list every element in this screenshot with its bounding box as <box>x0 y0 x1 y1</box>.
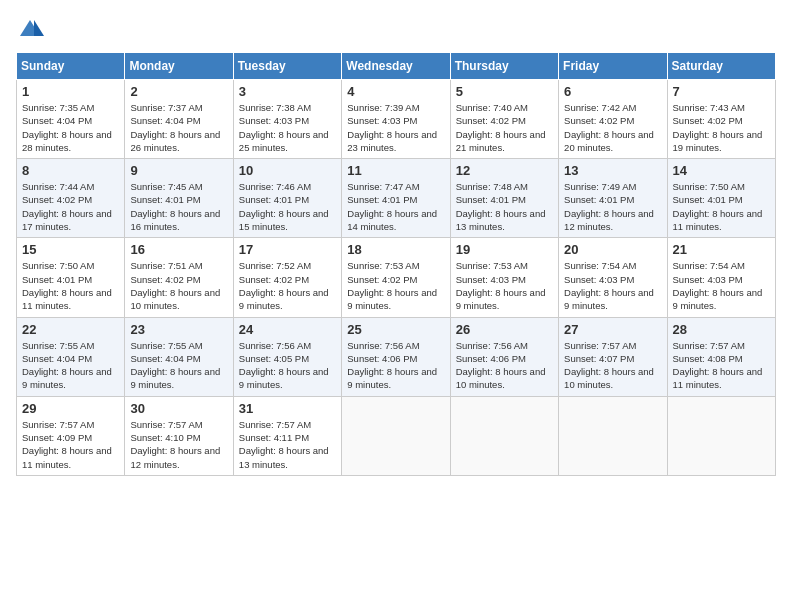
calendar-cell: 26 Sunrise: 7:56 AM Sunset: 4:06 PM Dayl… <box>450 317 558 396</box>
calendar-cell: 27 Sunrise: 7:57 AM Sunset: 4:07 PM Dayl… <box>559 317 667 396</box>
calendar-cell: 18 Sunrise: 7:53 AM Sunset: 4:02 PM Dayl… <box>342 238 450 317</box>
day-number: 31 <box>239 401 336 416</box>
calendar-cell: 30 Sunrise: 7:57 AM Sunset: 4:10 PM Dayl… <box>125 396 233 475</box>
day-info: Sunrise: 7:55 AM Sunset: 4:04 PM Dayligh… <box>22 339 119 392</box>
calendar-week-1: 1 Sunrise: 7:35 AM Sunset: 4:04 PM Dayli… <box>17 80 776 159</box>
weekday-wednesday: Wednesday <box>342 53 450 80</box>
calendar-cell: 13 Sunrise: 7:49 AM Sunset: 4:01 PM Dayl… <box>559 159 667 238</box>
calendar-cell: 9 Sunrise: 7:45 AM Sunset: 4:01 PM Dayli… <box>125 159 233 238</box>
day-info: Sunrise: 7:52 AM Sunset: 4:02 PM Dayligh… <box>239 259 336 312</box>
day-info: Sunrise: 7:48 AM Sunset: 4:01 PM Dayligh… <box>456 180 553 233</box>
day-number: 27 <box>564 322 661 337</box>
day-info: Sunrise: 7:57 AM Sunset: 4:07 PM Dayligh… <box>564 339 661 392</box>
weekday-thursday: Thursday <box>450 53 558 80</box>
day-number: 12 <box>456 163 553 178</box>
day-info: Sunrise: 7:38 AM Sunset: 4:03 PM Dayligh… <box>239 101 336 154</box>
day-info: Sunrise: 7:35 AM Sunset: 4:04 PM Dayligh… <box>22 101 119 154</box>
calendar-cell: 7 Sunrise: 7:43 AM Sunset: 4:02 PM Dayli… <box>667 80 775 159</box>
calendar-cell: 10 Sunrise: 7:46 AM Sunset: 4:01 PM Dayl… <box>233 159 341 238</box>
day-number: 3 <box>239 84 336 99</box>
day-number: 24 <box>239 322 336 337</box>
calendar-cell: 24 Sunrise: 7:56 AM Sunset: 4:05 PM Dayl… <box>233 317 341 396</box>
calendar-cell: 28 Sunrise: 7:57 AM Sunset: 4:08 PM Dayl… <box>667 317 775 396</box>
day-info: Sunrise: 7:53 AM Sunset: 4:02 PM Dayligh… <box>347 259 444 312</box>
day-number: 23 <box>130 322 227 337</box>
day-number: 19 <box>456 242 553 257</box>
day-info: Sunrise: 7:57 AM Sunset: 4:10 PM Dayligh… <box>130 418 227 471</box>
calendar-cell <box>667 396 775 475</box>
day-info: Sunrise: 7:57 AM Sunset: 4:08 PM Dayligh… <box>673 339 770 392</box>
calendar-cell: 16 Sunrise: 7:51 AM Sunset: 4:02 PM Dayl… <box>125 238 233 317</box>
calendar-table: SundayMondayTuesdayWednesdayThursdayFrid… <box>16 52 776 476</box>
calendar-cell: 22 Sunrise: 7:55 AM Sunset: 4:04 PM Dayl… <box>17 317 125 396</box>
calendar-cell: 21 Sunrise: 7:54 AM Sunset: 4:03 PM Dayl… <box>667 238 775 317</box>
day-number: 28 <box>673 322 770 337</box>
day-number: 10 <box>239 163 336 178</box>
day-number: 18 <box>347 242 444 257</box>
day-info: Sunrise: 7:51 AM Sunset: 4:02 PM Dayligh… <box>130 259 227 312</box>
day-info: Sunrise: 7:54 AM Sunset: 4:03 PM Dayligh… <box>564 259 661 312</box>
day-number: 11 <box>347 163 444 178</box>
day-number: 8 <box>22 163 119 178</box>
day-info: Sunrise: 7:53 AM Sunset: 4:03 PM Dayligh… <box>456 259 553 312</box>
day-info: Sunrise: 7:50 AM Sunset: 4:01 PM Dayligh… <box>673 180 770 233</box>
page-header <box>16 16 776 44</box>
calendar-cell: 2 Sunrise: 7:37 AM Sunset: 4:04 PM Dayli… <box>125 80 233 159</box>
calendar-week-4: 22 Sunrise: 7:55 AM Sunset: 4:04 PM Dayl… <box>17 317 776 396</box>
day-info: Sunrise: 7:47 AM Sunset: 4:01 PM Dayligh… <box>347 180 444 233</box>
calendar-cell: 19 Sunrise: 7:53 AM Sunset: 4:03 PM Dayl… <box>450 238 558 317</box>
calendar-cell: 12 Sunrise: 7:48 AM Sunset: 4:01 PM Dayl… <box>450 159 558 238</box>
day-number: 13 <box>564 163 661 178</box>
day-info: Sunrise: 7:46 AM Sunset: 4:01 PM Dayligh… <box>239 180 336 233</box>
logo-icon <box>16 16 44 44</box>
day-number: 9 <box>130 163 227 178</box>
day-number: 30 <box>130 401 227 416</box>
day-info: Sunrise: 7:57 AM Sunset: 4:09 PM Dayligh… <box>22 418 119 471</box>
day-number: 1 <box>22 84 119 99</box>
day-number: 4 <box>347 84 444 99</box>
day-info: Sunrise: 7:56 AM Sunset: 4:06 PM Dayligh… <box>456 339 553 392</box>
day-info: Sunrise: 7:56 AM Sunset: 4:06 PM Dayligh… <box>347 339 444 392</box>
day-number: 14 <box>673 163 770 178</box>
calendar-week-5: 29 Sunrise: 7:57 AM Sunset: 4:09 PM Dayl… <box>17 396 776 475</box>
day-number: 15 <box>22 242 119 257</box>
calendar-cell: 17 Sunrise: 7:52 AM Sunset: 4:02 PM Dayl… <box>233 238 341 317</box>
logo <box>16 16 48 44</box>
day-number: 2 <box>130 84 227 99</box>
calendar-cell: 6 Sunrise: 7:42 AM Sunset: 4:02 PM Dayli… <box>559 80 667 159</box>
weekday-friday: Friday <box>559 53 667 80</box>
calendar-cell <box>450 396 558 475</box>
weekday-monday: Monday <box>125 53 233 80</box>
weekday-tuesday: Tuesday <box>233 53 341 80</box>
calendar-cell: 15 Sunrise: 7:50 AM Sunset: 4:01 PM Dayl… <box>17 238 125 317</box>
day-info: Sunrise: 7:43 AM Sunset: 4:02 PM Dayligh… <box>673 101 770 154</box>
day-number: 5 <box>456 84 553 99</box>
calendar-cell: 11 Sunrise: 7:47 AM Sunset: 4:01 PM Dayl… <box>342 159 450 238</box>
calendar-cell: 29 Sunrise: 7:57 AM Sunset: 4:09 PM Dayl… <box>17 396 125 475</box>
calendar-cell <box>559 396 667 475</box>
calendar-cell <box>342 396 450 475</box>
day-info: Sunrise: 7:54 AM Sunset: 4:03 PM Dayligh… <box>673 259 770 312</box>
day-number: 6 <box>564 84 661 99</box>
day-info: Sunrise: 7:50 AM Sunset: 4:01 PM Dayligh… <box>22 259 119 312</box>
calendar-cell: 23 Sunrise: 7:55 AM Sunset: 4:04 PM Dayl… <box>125 317 233 396</box>
calendar-cell: 25 Sunrise: 7:56 AM Sunset: 4:06 PM Dayl… <box>342 317 450 396</box>
day-info: Sunrise: 7:37 AM Sunset: 4:04 PM Dayligh… <box>130 101 227 154</box>
day-info: Sunrise: 7:45 AM Sunset: 4:01 PM Dayligh… <box>130 180 227 233</box>
day-info: Sunrise: 7:55 AM Sunset: 4:04 PM Dayligh… <box>130 339 227 392</box>
day-number: 29 <box>22 401 119 416</box>
day-number: 21 <box>673 242 770 257</box>
day-info: Sunrise: 7:39 AM Sunset: 4:03 PM Dayligh… <box>347 101 444 154</box>
day-info: Sunrise: 7:57 AM Sunset: 4:11 PM Dayligh… <box>239 418 336 471</box>
day-info: Sunrise: 7:40 AM Sunset: 4:02 PM Dayligh… <box>456 101 553 154</box>
day-info: Sunrise: 7:42 AM Sunset: 4:02 PM Dayligh… <box>564 101 661 154</box>
day-number: 25 <box>347 322 444 337</box>
calendar-cell: 3 Sunrise: 7:38 AM Sunset: 4:03 PM Dayli… <box>233 80 341 159</box>
calendar-cell: 20 Sunrise: 7:54 AM Sunset: 4:03 PM Dayl… <box>559 238 667 317</box>
day-number: 20 <box>564 242 661 257</box>
calendar-cell: 1 Sunrise: 7:35 AM Sunset: 4:04 PM Dayli… <box>17 80 125 159</box>
weekday-sunday: Sunday <box>17 53 125 80</box>
weekday-header-row: SundayMondayTuesdayWednesdayThursdayFrid… <box>17 53 776 80</box>
calendar-week-3: 15 Sunrise: 7:50 AM Sunset: 4:01 PM Dayl… <box>17 238 776 317</box>
weekday-saturday: Saturday <box>667 53 775 80</box>
